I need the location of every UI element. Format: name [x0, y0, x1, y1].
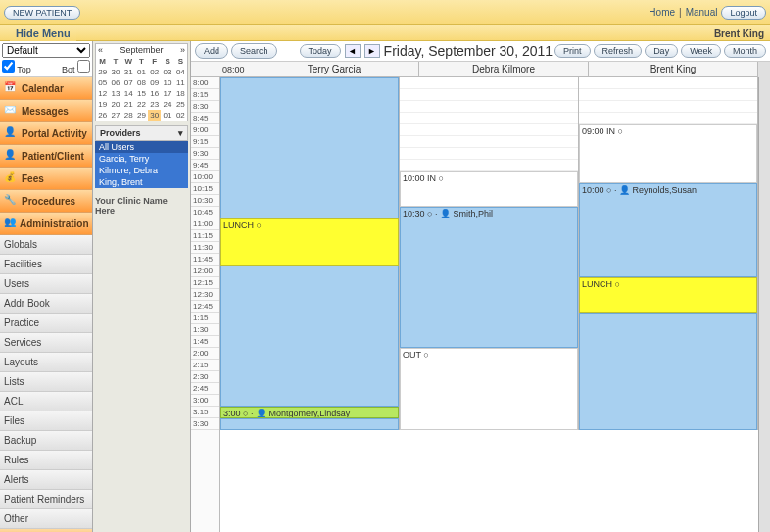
calendar-day[interactable]: 10 [161, 77, 173, 88]
provider-option[interactable]: King, Brent [95, 176, 188, 188]
appointment[interactable] [220, 418, 399, 430]
home-link[interactable]: Home [649, 7, 675, 18]
sidebar-item-patient-reminders[interactable]: Patient Reminders [0, 490, 92, 509]
logout-button[interactable]: Logout [721, 6, 766, 20]
calendar-day[interactable]: 06 [109, 77, 121, 88]
providers-header[interactable]: Providers ▾ [95, 125, 188, 141]
sidebar-item-users[interactable]: Users [0, 274, 92, 294]
appointment[interactable]: 3:00 ○ · 👤 Montgomery,Lindsay [220, 407, 399, 418]
search-button[interactable]: Search [231, 43, 277, 59]
calendar-day[interactable]: 30 [109, 67, 121, 77]
sidebar-item-procedures[interactable]: 🔧Procedures [0, 190, 92, 213]
sidebar-item-backup[interactable]: Backup [0, 431, 92, 451]
hide-menu-toggle[interactable]: Hide Menu [10, 25, 76, 41]
sidebar-item-files[interactable]: Files [0, 411, 92, 431]
month-view-button[interactable]: Month [724, 44, 766, 58]
calendar-day[interactable]: 28 [122, 110, 135, 121]
calendar-day[interactable]: 19 [96, 99, 109, 110]
calendar-day[interactable]: 29 [96, 67, 109, 77]
calendar-day[interactable]: 03 [161, 67, 173, 77]
manual-link[interactable]: Manual [686, 7, 718, 18]
provider-column[interactable]: LUNCH ○3:00 ○ · 👤 Montgomery,Lindsay [220, 77, 400, 430]
appointment[interactable]: 09:00 IN ○ [579, 124, 757, 183]
sidebar-item-alerts[interactable]: Alerts [0, 470, 92, 490]
appointment[interactable] [220, 266, 399, 407]
prev-day-icon[interactable]: ◄ [345, 44, 361, 58]
calendar-day[interactable]: 02 [148, 67, 161, 77]
appointment[interactable]: OUT ○ [400, 348, 578, 430]
calendar-day[interactable]: 22 [135, 99, 148, 110]
sidebar-item-calendar[interactable]: 📅Calendar [0, 77, 92, 100]
calendar-day[interactable]: 23 [148, 99, 161, 110]
sidebar-item-rules[interactable]: Rules [0, 451, 92, 470]
chevron-down-icon[interactable]: ▾ [178, 128, 183, 138]
bot-checkbox[interactable] [77, 60, 90, 73]
appointment[interactable]: 10:30 ○ · 👤 Smith,Phil [400, 207, 578, 348]
sidebar-item-portal-activity[interactable]: 👤Portal Activity [0, 122, 92, 145]
appointment[interactable]: LUNCH ○ [579, 277, 757, 313]
calendar-day[interactable]: 12 [96, 88, 109, 99]
appointment[interactable]: LUNCH ○ [220, 218, 399, 266]
calendar-day[interactable]: 16 [148, 88, 161, 99]
calendar-day[interactable]: 24 [161, 99, 173, 110]
provider-option[interactable]: Kilmore, Debra [95, 165, 188, 176]
calendar-day[interactable]: 08 [135, 77, 148, 88]
prev-month-icon[interactable]: « [98, 45, 103, 55]
calendar-day[interactable]: 04 [174, 67, 187, 77]
sidebar-item-practice[interactable]: Practice [0, 314, 92, 333]
sidebar-item-lists[interactable]: Lists [0, 372, 92, 392]
sidebar-item-services[interactable]: Services [0, 333, 92, 353]
sidebar-item-globals[interactable]: Globals [0, 235, 92, 255]
calendar-day[interactable]: 13 [109, 88, 121, 99]
sidebar-item-administration[interactable]: 👥Administration [0, 213, 92, 235]
top-checkbox[interactable] [2, 60, 15, 73]
sidebar-item-other[interactable]: Other [0, 509, 92, 529]
appointment[interactable]: 10:00 ○ · 👤 Reynolds,Susan [579, 183, 757, 277]
refresh-button[interactable]: Refresh [594, 44, 643, 58]
providers-list[interactable]: All UsersGarcia, TerryKilmore, DebraKing… [95, 141, 188, 188]
scrollbar[interactable] [758, 77, 770, 532]
calendar-day[interactable]: 25 [174, 99, 187, 110]
new-patient-button[interactable]: NEW PATIENT [4, 6, 80, 20]
appointment[interactable] [220, 77, 399, 218]
provider-option[interactable]: Garcia, Terry [95, 153, 188, 165]
next-month-icon[interactable]: » [180, 45, 185, 55]
sidebar-item-facilities[interactable]: Facilities [0, 255, 92, 274]
week-view-button[interactable]: Week [681, 44, 721, 58]
provider-column[interactable]: 10:00 IN ○10:30 ○ · 👤 Smith,PhilOUT ○ [400, 77, 579, 430]
calendar-day[interactable]: 11 [174, 77, 187, 88]
calendar-day[interactable]: 26 [96, 110, 109, 121]
calendar-day[interactable]: 30 [148, 110, 161, 121]
provider-column[interactable]: 09:00 IN ○10:00 ○ · 👤 Reynolds,SusanLUNC… [579, 77, 758, 430]
sidebar-select[interactable]: Default [2, 43, 90, 58]
appointment[interactable] [579, 313, 757, 430]
calendar-day[interactable]: 14 [122, 88, 135, 99]
calendar-day[interactable]: 01 [135, 67, 148, 77]
calendar-day[interactable]: 29 [135, 110, 148, 121]
calendar-day[interactable]: 09 [148, 77, 161, 88]
today-button[interactable]: Today [300, 44, 341, 58]
sidebar-item-acl[interactable]: ACL [0, 392, 92, 411]
sidebar-item-layouts[interactable]: Layouts [0, 353, 92, 372]
mini-calendar[interactable]: « September » MTWTFSS2930310102030405060… [95, 43, 188, 121]
print-button[interactable]: Print [554, 44, 591, 58]
sidebar-item-fees[interactable]: 💰Fees [0, 168, 92, 190]
calendar-day[interactable]: 20 [109, 99, 121, 110]
sidebar-item-patient-client[interactable]: 👤Patient/Client [0, 145, 92, 168]
calendar-day[interactable]: 02 [174, 110, 187, 121]
calendar-day[interactable]: 21 [122, 99, 135, 110]
sidebar-item-messages[interactable]: ✉️Messages [0, 100, 92, 122]
calendar-day[interactable]: 05 [96, 77, 109, 88]
day-view-button[interactable]: Day [645, 44, 678, 58]
calendar-day[interactable]: 27 [109, 110, 121, 121]
calendar-day[interactable]: 01 [161, 110, 173, 121]
calendar-day[interactable]: 07 [122, 77, 135, 88]
provider-option[interactable]: All Users [95, 141, 188, 153]
sidebar-item-addr-book[interactable]: Addr Book [0, 294, 92, 314]
add-button[interactable]: Add [195, 43, 228, 59]
calendar-day[interactable]: 17 [161, 88, 173, 99]
calendar-day[interactable]: 15 [135, 88, 148, 99]
calendar-day[interactable]: 31 [122, 67, 135, 77]
calendar-day[interactable]: 18 [174, 88, 187, 99]
next-day-icon[interactable]: ► [364, 44, 380, 58]
